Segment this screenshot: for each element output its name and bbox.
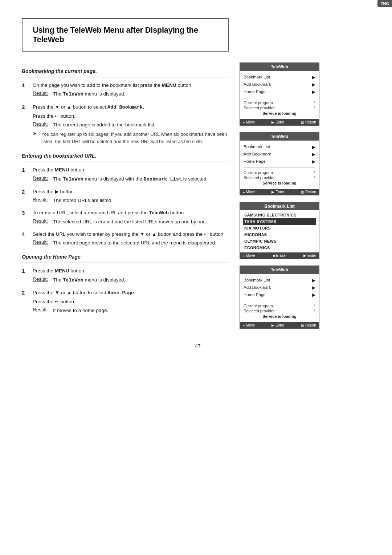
step-o2-text-b: Press the ↵ button. xyxy=(33,298,229,305)
result-text-b2: The current page is added to the bookmar… xyxy=(53,121,155,129)
step-content-e1: Press the MENU button. Result: The TeleW… xyxy=(33,166,229,185)
bookmark-footer-move: ⬥ Move xyxy=(243,254,255,258)
tv-menu-2-item-3: Home Page ▶ xyxy=(244,158,315,165)
bookmark-item-1: SAMSUNG ELECTRONICS xyxy=(243,212,316,218)
tv-menu-1-footer-enter: ▶ Enter xyxy=(271,120,284,124)
note-arrow-b2: ➤ xyxy=(33,131,38,145)
bookmark-item-3: KIA MOTORS xyxy=(243,225,316,231)
step-number-e4: 4 xyxy=(22,231,28,237)
step-b1-text: On the page you wish to add to the bookm… xyxy=(33,82,229,89)
tv-menu-2-item-1-label: Bookmark List xyxy=(244,145,270,150)
step-content-o1: Press the MENU button. Result: The TeleW… xyxy=(33,267,229,285)
result-label-o2: Result: xyxy=(33,307,50,314)
tv-menu-1-item-2-label: Add Bookmark xyxy=(244,82,271,87)
step-b2: 2 Press the ▼ or ▲ button to select Add … xyxy=(22,104,229,147)
step-b2-text-b: Press the ↵ button. xyxy=(33,113,229,120)
section-bookmarking: Bookmarking the current page. 1 On the p… xyxy=(22,68,229,147)
tv-menu-4-info-2-label: Selected provider xyxy=(244,309,275,313)
result-text-e2: The stored URLs are listed. xyxy=(53,197,113,204)
result-text-e4: The current page moves to the selected U… xyxy=(53,239,216,247)
tv-menu-1: TeleWeb Bookmark List ▶ Add Bookmark ▶ H… xyxy=(240,62,319,126)
tv-menu-2-divider xyxy=(244,167,315,168)
tv-menu-2-footer-return: ▦ Return xyxy=(301,190,316,194)
tv-menu-2-info-1-value: * xyxy=(314,170,315,175)
tv-menu-4-item-3-label: Home Page xyxy=(244,292,266,297)
tv-menu-4-item-2-arrow: ▶ xyxy=(312,285,315,290)
tv-menu-4-item-1-arrow: ▶ xyxy=(312,278,315,283)
divider-3 xyxy=(22,263,229,263)
tv-menu-2-body: Bookmark List ▶ Add Bookmark ▶ Home Page… xyxy=(240,141,319,189)
step-number-b1: 1 xyxy=(22,82,28,88)
note-b2: ➤ You can register up to six pages. If y… xyxy=(33,131,229,145)
result-label-b2: Result: xyxy=(33,121,50,129)
tv-menu-2-item-2-label: Add Bookmark xyxy=(244,152,271,157)
result-label-e2: Result: xyxy=(33,197,50,204)
main-title-box: Using the TeleWeb Menu after Displaying … xyxy=(22,18,229,52)
tv-menu-2-item-2: Add Bookmark ▶ xyxy=(244,151,315,158)
tv-menu-2-footer: ⬥ Move ▶ Enter ▦ Return xyxy=(240,189,319,195)
step-e4: 4 Select the URL you wish to enter by pr… xyxy=(22,231,229,248)
result-e3: Result: The selected URL is erased and t… xyxy=(33,218,229,226)
tv-menu-2-info-2-value: * xyxy=(314,175,315,180)
divider-2 xyxy=(22,162,229,162)
page-wrapper: ENG Using the TeleWeb Menu after Display… xyxy=(0,0,392,555)
bookmark-item-2-selected: TARA SYSTEMS xyxy=(243,218,316,225)
step-e1-text: Press the MENU button. xyxy=(33,166,229,174)
result-text-o1: The TeleWeb menu is displayed. xyxy=(53,276,125,284)
tv-menu-2-footer-enter: ▶ Enter xyxy=(271,190,284,194)
tv-menu-4-item-3-arrow: ▶ xyxy=(312,292,315,297)
result-e1: Result: The TeleWeb menu is displayed wi… xyxy=(33,175,229,183)
step-content-o2: Press the ▼ or ▲ button to select Home P… xyxy=(33,289,229,316)
tv-menu-1-info-2: Selected provider * xyxy=(244,105,315,110)
tv-menu-1-item-3-arrow: ▶ xyxy=(312,89,315,94)
step-number-e3: 3 xyxy=(22,210,28,216)
tv-menu-4: TeleWeb Bookmark List ▶ Add Bookmark ▶ H… xyxy=(240,266,319,329)
step-o2-text-a: Press the ▼ or ▲ button to select Home P… xyxy=(33,289,229,297)
eng-badge: ENG xyxy=(377,0,392,7)
tv-menu-4-info-2-value: * xyxy=(314,309,315,313)
tv-menu-4-item-2: Add Bookmark ▶ xyxy=(244,284,315,291)
section-entering: Entering the bookmarked URL. 1 Press the… xyxy=(22,153,229,248)
bookmark-menu-3-footer: ⬥ Move ■ Erase ▶ Enter xyxy=(240,252,319,259)
step-b2-text-a: Press the ▼ or ▲ button to select Add Bo… xyxy=(33,104,229,111)
step-number-e1: 1 xyxy=(22,167,28,173)
tv-menu-1-item-1: Bookmark List ▶ xyxy=(244,74,315,81)
tv-menu-1-item-3-label: Home Page xyxy=(244,89,266,94)
divider-1 xyxy=(22,77,229,77)
section-bookmarking-title: Bookmarking the current page. xyxy=(22,68,229,74)
result-label-o1: Result: xyxy=(33,276,50,284)
tv-menu-2-item-3-label: Home Page xyxy=(244,159,266,164)
result-text-b1: The TeleWeb menu is displayed. xyxy=(53,90,125,98)
result-e2: Result: The stored URLs are listed. xyxy=(33,197,229,204)
tv-menu-4-info-1: Current program * xyxy=(244,303,315,308)
step-e2: 2 Press the ▶ button. Result: The stored… xyxy=(22,188,229,206)
tv-menu-4-divider xyxy=(244,301,315,301)
tv-menu-1-body: Bookmark List ▶ Add Bookmark ▶ Home Page… xyxy=(240,71,319,119)
tv-menu-2-item-1: Bookmark List ▶ xyxy=(244,143,315,151)
tv-menu-1-header: TeleWeb xyxy=(240,63,319,71)
result-text-e1: The TeleWeb menu is displayed with the B… xyxy=(53,175,208,183)
section-opening: Opening the Home Page 1 Press the MENU b… xyxy=(22,254,229,316)
tv-menu-4-item-2-label: Add Bookmark xyxy=(244,285,271,290)
tv-menu-4-info-1-value: * xyxy=(314,304,315,308)
result-o1: Result: The TeleWeb menu is displayed. xyxy=(33,276,229,284)
step-content-b1: On the page you wish to add to the bookm… xyxy=(33,82,229,100)
tv-menu-1-footer-move: ⬥ Move xyxy=(243,120,255,124)
result-text-e3: The selected URL is erased and the liste… xyxy=(53,218,207,226)
page-number: 47 xyxy=(22,343,374,349)
section-opening-title: Opening the Home Page xyxy=(22,254,229,260)
tv-menu-4-footer-move: ⬥ Move xyxy=(243,323,255,327)
tv-menu-1-divider xyxy=(244,98,315,98)
tv-menu-2-item-3-arrow: ▶ xyxy=(312,159,315,164)
tv-menu-2-item-1-arrow: ▶ xyxy=(312,145,315,150)
tv-menu-4-footer-return: ▦ Return xyxy=(301,323,316,327)
step-o1-text: Press the MENU button. xyxy=(33,267,229,275)
result-b1: Result: The TeleWeb menu is displayed. xyxy=(33,90,229,98)
tv-menu-1-item-2-arrow: ▶ xyxy=(312,82,315,87)
result-text-o2: It moves to a home page. xyxy=(53,307,108,314)
result-e4: Result: The current page moves to the se… xyxy=(33,239,229,247)
step-o1: 1 Press the MENU button. Result: The Tel… xyxy=(22,267,229,285)
tv-menu-1-info-2-value: * xyxy=(314,106,315,110)
step-e1: 1 Press the MENU button. Result: The Tel… xyxy=(22,166,229,185)
bookmark-item-6: ECONOMICS xyxy=(243,244,316,251)
